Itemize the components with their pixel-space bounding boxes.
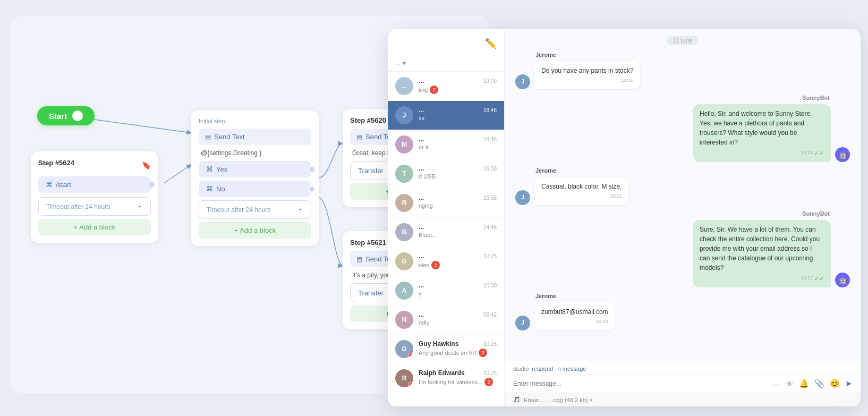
yes-dot (308, 166, 316, 173)
no-dot (308, 185, 316, 193)
chat-footer-top: studio respond in message (505, 361, 861, 375)
message-row-bot-2: 🤖 Sure, Sir. We have a lot of them. You … (515, 220, 850, 288)
chat-item-info-ralph: Ralph Edwards 10:25 I'm looking for wire… (419, 369, 497, 386)
date-badge: 11 june (667, 36, 699, 45)
chat-item-info: ... 18:46 ss (419, 106, 497, 121)
add-block-initial-btn[interactable]: + Add a block (199, 222, 311, 239)
chat-footer: studio respond in message ··· 👁 🔔 📎 😊 ➤ … (505, 361, 861, 406)
chat-item-info: ... 10:25 oles2 (419, 252, 497, 269)
chat-toolbar-icons: ··· 👁 🔔 📎 😊 ➤ (773, 379, 852, 388)
no-icon: ⌘ (206, 185, 213, 193)
chat-item-time: 10:00 (483, 283, 497, 288)
chat-item-time: 18:46 (483, 137, 497, 142)
bubble-1: Do you have any pants in stock? 10:10 (534, 61, 640, 89)
list-item-active[interactable]: J ... 18:46 ss (388, 101, 504, 130)
chat-item-preview: or a (419, 144, 497, 150)
message-text-bot-1: Hello, Sir, and welcome to Sunny Store. … (700, 110, 812, 146)
eye-icon[interactable]: 👁 (786, 379, 794, 388)
compose-icon[interactable]: ✏️ (485, 38, 497, 49)
no-label: No (216, 185, 225, 193)
chat-item-name: ... (419, 252, 424, 260)
chat-item-time: 10:25 (483, 253, 497, 259)
list-item[interactable]: R ... 15:58 nging (388, 189, 504, 218)
chat-item-preview: y (419, 290, 497, 296)
ralph-name: Ralph Edwards (419, 369, 465, 377)
message-text-3: zumbut87@usmail.com (541, 308, 608, 316)
chat-item-preview: oles2 (419, 261, 497, 269)
command-start-btn[interactable]: ⌘ /start (38, 176, 151, 193)
send-button[interactable]: ➤ (845, 379, 852, 388)
initial-step: Initial step ▤ Send Text @{settings.Gree… (191, 111, 319, 246)
chat-item-name: ... (419, 311, 424, 318)
chat-item-time: 16:00 (483, 166, 497, 172)
yes-option-btn[interactable]: ⌘ Yes (199, 161, 311, 177)
send-text-icon-5621: ▤ (356, 256, 362, 263)
chat-item-info: ... 19:00 ling2 (419, 77, 497, 94)
timeout-5624-btn[interactable]: Timeout after 24 hours ＋ (38, 197, 151, 216)
add-block-5624-btn[interactable]: + Add a block (38, 219, 151, 235)
filter-dropdown[interactable]: ... ▾ (388, 55, 504, 72)
no-option-btn[interactable]: ⌘ No (199, 181, 311, 197)
list-item[interactable]: ... ... 19:00 ling2 (388, 72, 504, 101)
chat-item-preview: ling2 (419, 86, 497, 94)
attachment-icon[interactable]: 📎 (814, 379, 824, 388)
ralph-time: 10:25 (483, 370, 497, 376)
emoji-icon[interactable]: 😊 (830, 379, 840, 388)
audio-icon: 🎵 (513, 396, 521, 403)
dots-icon[interactable]: ··· (773, 379, 780, 388)
list-item[interactable]: N ... 05:42 ndly (388, 305, 504, 335)
transfer-5620-label: Transfer (358, 167, 384, 175)
jerome-avatar-2: J (515, 190, 530, 205)
unread-badge-guy: 2 (479, 349, 487, 357)
start-node[interactable]: Start (37, 106, 95, 125)
chat-item-info: ... 14:46 Bluet... (419, 223, 497, 238)
list-item[interactable]: A ... 10:00 y (388, 276, 504, 305)
list-item-ralph[interactable]: R 🔴 Ralph Edwards 10:25 I'm looking for … (388, 364, 504, 393)
chat-input[interactable] (513, 380, 769, 387)
list-item[interactable]: M ... 18:46 or a (388, 130, 504, 159)
message-text-2: Cassual, black color, M size. (541, 183, 622, 190)
chat-item-name: ... (419, 223, 424, 231)
chat-item-time: 14:46 (483, 224, 497, 230)
timeout-initial-btn[interactable]: Timeout after 24 hours ＋ (199, 200, 311, 219)
list-item-guy[interactable]: G 🔴 Guy Hawkins 10:25 Any good deals on … (388, 335, 504, 364)
chat-item-time: 15:58 (483, 195, 497, 201)
initial-send-text-block: ▤ Send Text (199, 129, 311, 145)
avatar-guy: G 🔴 (395, 340, 413, 358)
list-item[interactable]: B ... 14:46 Bluet... (388, 218, 504, 247)
message-row-bot-1: 🤖 Hello, Sir, and welcome to Sunny Store… (515, 104, 850, 163)
transfer-5621-label: Transfer (358, 289, 384, 297)
add-block-5624-label: + Add a block (74, 223, 115, 231)
avatar: J (395, 106, 413, 124)
command-dot (148, 181, 155, 189)
chat-item-name: ... (419, 194, 424, 201)
chat-item-info: ... 15:58 nging (419, 194, 497, 209)
messages-area: Jerome J Do you have any pants in stock?… (505, 52, 861, 361)
bell-icon[interactable]: 🔔 (799, 379, 809, 388)
attachment-filename: Erewr....... .ogg (48.2 kb) × (524, 397, 593, 403)
chat-item-time: 19:00 (483, 78, 497, 84)
step-5624: Step #5624 🔖 ⌘ /start Timeout after 24 h… (31, 151, 158, 243)
start-toggle[interactable] (72, 111, 83, 121)
chat-item-time: 18:46 (483, 107, 497, 113)
bot-avatar-2: 🤖 (835, 273, 850, 287)
unread-badge: 2 (431, 261, 440, 269)
message-text-bot-2: Sure, Sir. We have a lot of them. You ca… (700, 226, 820, 271)
chat-item-name: ... (419, 77, 424, 84)
guy-time: 10:25 (483, 341, 497, 347)
initial-send-text-label: Send Text (214, 133, 245, 141)
avatar: G (395, 252, 413, 270)
bubble-bot-1: Hello, Sir, and welcome to Sunny Store. … (693, 104, 831, 163)
chat-panel: ✏️ ... ▾ ... ... 19:00 ling2 (388, 29, 861, 406)
chat-item-info: ... 10:00 y (419, 282, 497, 296)
time-bot-2: 10:12 ✓✓ (700, 274, 824, 283)
chat-list: ... ... 19:00 ling2 J ... 18:46 (388, 72, 504, 406)
list-item[interactable]: G ... 10:25 oles2 (388, 247, 504, 276)
chat-main: 11 june Jerome J Do you have any pants i… (505, 29, 861, 406)
guy-name: Guy Hawkins (419, 340, 458, 347)
list-item[interactable]: T ... 16:00 d USB- (388, 159, 504, 189)
avatar: A (395, 282, 413, 300)
chat-item-name: ... (419, 282, 424, 289)
chat-date-divider: 11 june (505, 29, 861, 52)
chat-sidebar-header: ✏️ (388, 29, 504, 55)
